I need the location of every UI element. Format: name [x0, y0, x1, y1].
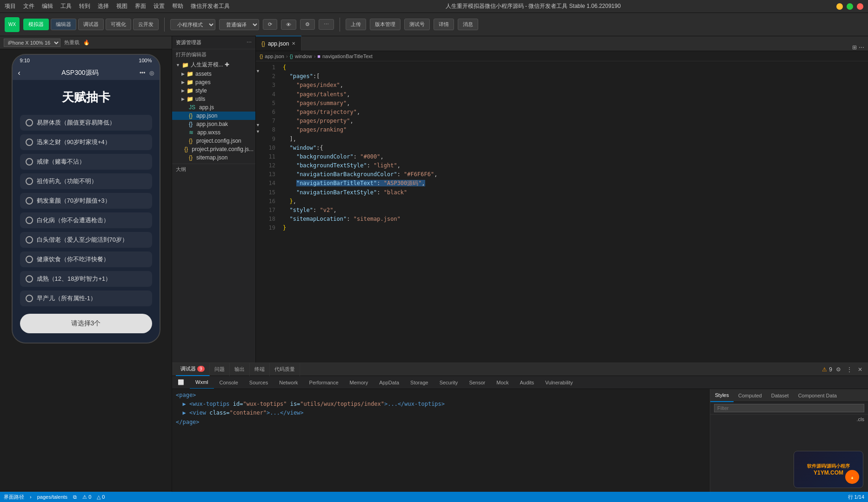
- settings-button[interactable]: ⚙: [300, 19, 315, 30]
- devtools-tab-quality[interactable]: 代码质量: [270, 363, 300, 376]
- compile-select[interactable]: 普通编译: [219, 19, 259, 30]
- devtools-sub-security[interactable]: Security: [434, 376, 464, 389]
- tree-file-appwxss[interactable]: ≋ app.wxss: [172, 128, 255, 137]
- more-button[interactable]: ⋯: [319, 19, 334, 30]
- devtools-right-tab-dataset[interactable]: Dataset: [767, 389, 794, 402]
- devtools-right-tab-styles[interactable]: Styles: [710, 389, 734, 402]
- menu-help[interactable]: 帮助: [172, 2, 183, 10]
- tree-file-appjsonbak[interactable]: {} app.json.bak: [172, 120, 255, 128]
- menu-file[interactable]: 文件: [23, 2, 34, 10]
- devtools-close-icon[interactable]: ✕: [856, 365, 864, 374]
- fold-icon-1[interactable]: [256, 61, 262, 68]
- devtools-tab-output[interactable]: 输出: [230, 363, 250, 376]
- list-item[interactable]: 白化病（你不会遭遇枪击）: [20, 212, 152, 228]
- menu-view[interactable]: 视图: [116, 2, 127, 10]
- tab-close-icon[interactable]: ✕: [292, 41, 295, 46]
- split-editor-icon[interactable]: ⊞: [852, 44, 857, 51]
- devtools-sub-storage[interactable]: Storage: [405, 376, 434, 389]
- status-copy-icon[interactable]: ⧉: [73, 494, 77, 500]
- editor-tab-appjson[interactable]: {} app.json ✕: [256, 36, 301, 51]
- messages-button[interactable]: 消息: [458, 19, 478, 30]
- devtools-sub-memory[interactable]: Memory: [344, 376, 374, 389]
- list-item[interactable]: 易胖体质（颜值更容易降低）: [20, 115, 152, 131]
- tree-folder-style[interactable]: ▶ 📁 style: [172, 86, 255, 95]
- devtools-tab-debugger[interactable]: 调试器 9: [176, 363, 210, 376]
- devtools-sub-performance[interactable]: Performance: [304, 376, 344, 389]
- fold-icon-11[interactable]: ▼: [256, 128, 262, 135]
- fold-icon-5[interactable]: [256, 88, 262, 95]
- maximize-button[interactable]: [847, 3, 853, 10]
- menu-interface[interactable]: 界面: [135, 2, 146, 10]
- tree-folder-pages[interactable]: ▶ 📁 pages: [172, 78, 255, 86]
- devtools-sub-audits[interactable]: Audits: [514, 376, 540, 389]
- devtools-sub-sensor[interactable]: Sensor: [463, 376, 491, 389]
- fold-icon-3[interactable]: [256, 75, 262, 81]
- list-item[interactable]: 早产儿（所有属性-1）: [20, 291, 152, 306]
- preview-button[interactable]: 👁: [281, 20, 296, 30]
- tree-file-sitemap[interactable]: {} sitemap.json: [172, 153, 255, 162]
- list-item[interactable]: 成熟（12、18岁时智力+1）: [20, 271, 152, 287]
- menu-goto[interactable]: 转到: [79, 2, 90, 10]
- devtools-settings-icon[interactable]: ⚙: [834, 365, 843, 374]
- tree-folder-utils[interactable]: ▶ 📁 utils: [172, 95, 255, 103]
- devtools-sub-sources[interactable]: Sources: [244, 376, 274, 389]
- list-item[interactable]: 白头偕老（爱人至少能活到70岁）: [20, 232, 152, 248]
- window-controls[interactable]: [836, 3, 863, 10]
- menu-project[interactable]: 项目: [5, 2, 16, 10]
- devtools-sub-network[interactable]: Network: [274, 376, 303, 389]
- menu-bar[interactable]: 项目 文件 编辑 工具 转到 选择 视图 界面 设置 帮助 微信开发者工具: [5, 2, 230, 10]
- fold-icon-19[interactable]: [256, 182, 262, 188]
- outline-section[interactable]: 大纲: [172, 164, 255, 175]
- back-icon[interactable]: ‹: [18, 69, 20, 77]
- tree-file-appjson[interactable]: {} app.json: [172, 112, 255, 120]
- devtools-sub-inspect[interactable]: ⬜: [172, 376, 190, 389]
- version-button[interactable]: 版本管理: [370, 19, 401, 30]
- mode-select[interactable]: 小程序模式: [170, 19, 215, 30]
- fold-icon-13[interactable]: [256, 142, 262, 148]
- menu-tools[interactable]: 工具: [60, 2, 72, 10]
- list-item[interactable]: 迅来之财（90岁时家境+4）: [20, 134, 152, 150]
- fold-icon-15[interactable]: [256, 155, 262, 161]
- menu-settings[interactable]: 设置: [154, 2, 165, 10]
- list-item[interactable]: 鹤发童颜（70岁时颜值+3）: [20, 193, 152, 209]
- filter-input[interactable]: [714, 404, 864, 412]
- filetree-actions[interactable]: ⋯: [247, 40, 252, 46]
- fold-icon-4[interactable]: [256, 81, 262, 88]
- devtools-right-tab-component[interactable]: Component Data: [794, 389, 841, 402]
- devtools-more-icon[interactable]: ⋮: [845, 365, 854, 374]
- tree-file-appjs[interactable]: JS app.js: [172, 103, 255, 112]
- list-item[interactable]: 祖传药丸（功能不明）: [20, 173, 152, 189]
- code-content[interactable]: { "pages":[ "pages/index", "pages/talent…: [279, 61, 868, 363]
- minimize-button[interactable]: [836, 3, 843, 10]
- nav-circle-icon[interactable]: ◎: [149, 70, 154, 76]
- tree-file-projectprivate[interactable]: {} project.private.config.js...: [172, 145, 255, 153]
- fold-icon-2[interactable]: ▼: [256, 68, 262, 74]
- devtools-sub-console[interactable]: Console: [214, 376, 244, 389]
- tree-open-editors[interactable]: 打开的编辑器: [172, 49, 255, 60]
- devtools-sub-mock[interactable]: Mock: [491, 376, 514, 389]
- fold-icon-16[interactable]: [256, 162, 262, 168]
- menu-select[interactable]: 选择: [98, 2, 109, 10]
- fold-icon-12[interactable]: [256, 135, 262, 141]
- devtools-sub-appdata[interactable]: AppData: [374, 376, 405, 389]
- fold-icon-18[interactable]: [256, 175, 262, 182]
- list-item[interactable]: 健康饮食（你不吃洋快餐）: [20, 251, 152, 267]
- devtools-sub-wxml[interactable]: Wxml: [190, 376, 214, 389]
- fold-icon-6[interactable]: [256, 95, 262, 101]
- menu-wxdev[interactable]: 微信开发者工具: [191, 2, 230, 10]
- device-select[interactable]: iPhone X 100% 16: [4, 39, 60, 47]
- visual-button[interactable]: 可视化: [106, 19, 131, 30]
- editor-button[interactable]: 编辑器: [51, 19, 76, 30]
- test-button[interactable]: 测试号: [404, 19, 430, 30]
- upload-button[interactable]: 上传: [346, 19, 366, 30]
- details-button[interactable]: 详情: [434, 19, 454, 30]
- refresh-button[interactable]: ⟳: [263, 19, 277, 30]
- fold-icon-17[interactable]: [256, 168, 262, 175]
- tree-folder-assets[interactable]: ▶ 📁 assets: [172, 70, 255, 78]
- nav-dots-icon[interactable]: •••: [140, 70, 146, 76]
- fold-icon-9[interactable]: [256, 115, 262, 121]
- list-item[interactable]: 戒律（赌毒不沾）: [20, 154, 152, 170]
- devtools-tab-issues[interactable]: 问题: [210, 363, 230, 376]
- debugger-button[interactable]: 调试器: [78, 19, 104, 30]
- more-editor-icon[interactable]: ⋯: [859, 44, 864, 51]
